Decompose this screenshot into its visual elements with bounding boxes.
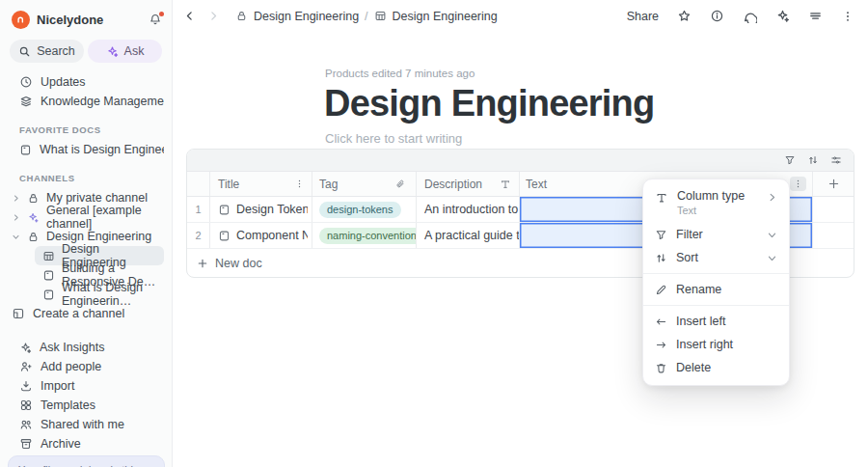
paperclip-icon [394, 179, 406, 190]
sidebar-item-import[interactable]: Import [8, 376, 164, 396]
row-number: 2 [187, 223, 210, 248]
workspace-name: Nicelydone [37, 13, 149, 27]
sort-icon[interactable] [807, 154, 819, 166]
share-button[interactable]: Share [627, 10, 659, 23]
column-label: Title [218, 178, 285, 191]
menu-item-insert-right[interactable]: Insert right [643, 333, 789, 356]
column-header-tag[interactable]: Tag [312, 172, 417, 196]
add-channel-icon [12, 307, 25, 320]
table-icon [42, 250, 55, 262]
tag-pill[interactable]: design-tokens [319, 202, 401, 218]
sidebar-item-ask-insights[interactable]: Ask Insights [8, 338, 164, 357]
cell-tag[interactable]: naming-conventions [312, 223, 417, 248]
trial-card[interactable]: Your files and docs in this trial [8, 455, 165, 467]
doc-icon [42, 269, 55, 282]
more-vertical-icon[interactable] [841, 10, 854, 23]
chevron-down-icon [767, 230, 777, 240]
channel-label: My private channel [46, 191, 148, 205]
sidebar-item-label: Import [41, 379, 74, 393]
filter-icon[interactable] [784, 154, 796, 166]
sidebar-item-label: Archive [41, 437, 81, 451]
breadcrumb-channel[interactable]: Design Engineering [254, 10, 359, 23]
arrow-left-icon [655, 316, 667, 328]
search-label: Search [37, 44, 75, 58]
column-header-title[interactable]: Title [210, 172, 312, 196]
sidebar: Nicelydone Search Ask Updates Knowledge … [0, 0, 173, 467]
arrow-right-icon [655, 339, 667, 351]
nav-forward-icon[interactable] [207, 10, 220, 22]
menu-item-insert-left[interactable]: Insert left [643, 310, 789, 333]
sidebar-item-label: Shared with me [41, 418, 124, 431]
info-icon[interactable] [710, 9, 724, 23]
cell-title-text: Component Namin… [236, 229, 308, 242]
sliders-icon[interactable] [830, 154, 842, 166]
cell-tag[interactable]: design-tokens [312, 197, 417, 222]
doc-icon [218, 204, 231, 216]
column-context-menu: Column type Text Filter Sort Rename Inse… [642, 179, 790, 386]
channel-label: Design Engineering [46, 230, 151, 243]
column-menu-icon[interactable] [291, 177, 308, 191]
ask-button[interactable]: Ask [88, 40, 162, 63]
sidebar-item-add-people[interactable]: Add people [8, 357, 164, 376]
sidebar-item-label: Updates [41, 75, 86, 89]
column-header-description[interactable]: Description [417, 172, 520, 196]
column-menu-icon-active[interactable] [790, 177, 806, 191]
comment-icon[interactable] [743, 9, 757, 23]
menu-item-label: Filter [676, 228, 703, 241]
sidebar-item-templates[interactable]: Templates [8, 396, 164, 415]
row-number: 1 [187, 197, 210, 222]
favorite-doc-item[interactable]: What is Design Engineering? [8, 140, 164, 159]
menu-item-delete[interactable]: Delete [643, 356, 789, 379]
trash-icon [655, 362, 667, 374]
cell-description[interactable]: An introduction to design t [417, 197, 520, 222]
list-icon[interactable] [808, 9, 823, 23]
app-window: Nicelydone Search Ask Updates Knowledge … [0, 0, 868, 467]
menu-item-rename[interactable]: Rename [643, 278, 789, 301]
sidebar-item-shared-with-me[interactable]: Shared with me [8, 415, 164, 434]
cell-title-text: Design Tokens: Th… [236, 203, 308, 216]
chevron-down-icon[interactable] [12, 233, 20, 241]
text-type-icon [500, 179, 511, 190]
channels-header: CHANNELS [8, 173, 164, 183]
sidebar-item-knowledge-management[interactable]: Knowledge Management [8, 92, 164, 111]
column-label: Tag [319, 178, 394, 191]
lock-icon [235, 10, 248, 22]
cell-title[interactable]: Component Namin… [210, 223, 312, 248]
notifications-bell-icon[interactable] [149, 13, 162, 26]
star-icon[interactable] [677, 9, 692, 23]
add-column-plus-icon[interactable] [827, 178, 840, 190]
menu-item-label: Rename [676, 283, 721, 296]
chevron-right-icon[interactable] [12, 213, 20, 222]
search-icon [18, 45, 31, 58]
search-button[interactable]: Search [10, 40, 84, 63]
doc-body-placeholder[interactable]: Click here to start writing [325, 131, 868, 146]
sidebar-item-archive[interactable]: Archive [8, 434, 164, 453]
chevron-right-icon[interactable] [12, 194, 20, 203]
menu-item-filter[interactable]: Filter [643, 223, 789, 246]
cell-description[interactable]: A practical guide to naming [417, 223, 520, 248]
add-column-cell[interactable] [813, 172, 854, 196]
channel-general[interactable]: General [example channel] [8, 207, 164, 227]
sidebar-item-label: Templates [41, 398, 95, 412]
cell-title[interactable]: Design Tokens: Th… [210, 197, 312, 222]
ask-label: Ask [124, 44, 145, 58]
tag-pill[interactable]: naming-conventions [319, 228, 417, 244]
sparkle-icon [19, 342, 32, 354]
page-title[interactable]: Design Engineering [324, 83, 868, 124]
breadcrumb-doc[interactable]: Design Engineering [393, 10, 498, 23]
menu-item-column-type[interactable]: Column type Text [643, 186, 789, 216]
clock-icon [19, 75, 33, 89]
sparkles-icon[interactable] [775, 9, 790, 23]
channel-doc-what-is-de[interactable]: What is Design Engineerin… [35, 285, 164, 304]
menu-item-sort[interactable]: Sort [643, 246, 789, 269]
menu-item-label: Insert left [676, 315, 725, 328]
sort-icon [655, 252, 667, 264]
table-icon [374, 10, 387, 22]
notification-dot [159, 12, 164, 16]
nav-back-icon[interactable] [183, 10, 196, 22]
sidebar-item-updates[interactable]: Updates [8, 72, 164, 92]
cell-description-text: An introduction to design t [424, 203, 519, 216]
create-channel-label: Create a channel [33, 307, 124, 320]
sparkle-icon [106, 45, 119, 58]
column-label: Description [424, 178, 500, 191]
